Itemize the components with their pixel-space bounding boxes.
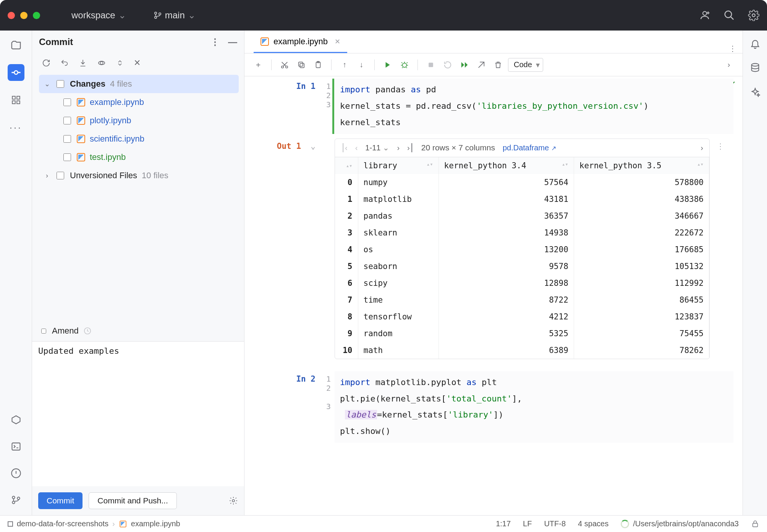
refresh-icon[interactable] <box>42 59 50 67</box>
close-icon[interactable]: ✕ <box>134 58 141 68</box>
vcs-tool-icon[interactable] <box>8 492 24 508</box>
cell2-code[interactable]: import matplotlib.pyplot as pltplt.pie(k… <box>335 371 733 443</box>
df-next-page-icon[interactable]: › <box>397 143 400 152</box>
commit-options-gear-icon[interactable] <box>229 496 238 505</box>
database-tool-icon[interactable] <box>748 61 762 75</box>
problems-tool-icon[interactable] <box>8 465 24 482</box>
table-row[interactable]: 0numpy57564578800 <box>335 174 709 191</box>
commit-message-input[interactable]: Updated examples <box>32 341 244 486</box>
readonly-toggle-icon[interactable] <box>751 520 759 528</box>
close-window-icon[interactable] <box>8 12 15 19</box>
file-item[interactable]: scientific.ipynb <box>39 130 239 148</box>
code-cell-2[interactable]: In 2 12 3 import matplotlib.pyplot as pl… <box>244 369 743 445</box>
interrupt-icon[interactable] <box>424 58 438 72</box>
table-row[interactable]: 6scipy12898112992 <box>335 275 709 292</box>
notifications-icon[interactable] <box>748 37 762 50</box>
close-tab-icon[interactable]: ✕ <box>335 37 340 46</box>
run-all-icon[interactable] <box>458 58 471 72</box>
tab-example-ipynb[interactable]: example.ipynb ✕ <box>254 31 347 53</box>
df-column-header[interactable]: kernel_python 3.4▴▾ <box>439 157 574 174</box>
df-column-header[interactable]: library▴▾ <box>358 157 439 174</box>
restart-icon[interactable] <box>441 58 455 72</box>
ai-assistant-icon[interactable] <box>748 85 762 99</box>
toolbar-more-icon[interactable]: › <box>722 58 736 72</box>
file-checkbox[interactable] <box>63 98 71 106</box>
changes-checkbox[interactable] <box>57 80 64 88</box>
caret-position[interactable]: 1:17 <box>496 519 511 528</box>
search-icon[interactable] <box>723 10 735 21</box>
tabs-more-icon[interactable]: ⋮ <box>729 44 736 53</box>
dataframe-output[interactable]: ⎮‹ ‹ 1-11 ⌄ › ›⎮ 20 rows × 7 columns pd.… <box>335 139 710 359</box>
df-column-header[interactable]: ▴▾ <box>335 157 358 174</box>
branch-dropdown[interactable]: main ⌄ <box>154 10 196 21</box>
table-row[interactable]: 10math638978262 <box>335 342 709 359</box>
file-checkbox[interactable] <box>63 135 71 143</box>
df-last-page-icon[interactable]: ›⎮ <box>407 143 414 152</box>
copy-icon[interactable] <box>295 58 308 72</box>
code-cell-1[interactable]: In 1 123 import pandas as pdkernel_stats… <box>244 76 743 136</box>
cut-icon[interactable] <box>278 58 291 72</box>
move-up-icon[interactable]: ↑ <box>338 58 351 72</box>
unversioned-checkbox[interactable] <box>57 172 64 179</box>
amend-checkbox[interactable] <box>41 329 46 334</box>
table-row[interactable]: 2pandas36357346667 <box>335 208 709 224</box>
df-column-header[interactable]: kernel_python 3.5▴▾ <box>574 157 709 174</box>
debug-cell-icon[interactable] <box>398 58 411 72</box>
move-down-icon[interactable]: ↓ <box>354 58 368 72</box>
file-item[interactable]: plotly.ipynb <box>39 111 239 130</box>
add-cell-icon[interactable]: ＋ <box>251 58 265 72</box>
panel-minimize-icon[interactable]: — <box>228 37 237 47</box>
changes-node[interactable]: ⌄ Changes 4 files <box>39 75 239 93</box>
table-row[interactable]: 7time872286455 <box>335 292 709 308</box>
zoom-window-icon[interactable] <box>33 12 40 19</box>
table-row[interactable]: 5seaborn9578105132 <box>335 258 709 275</box>
structure-tool-icon[interactable] <box>8 92 24 108</box>
changelist-icon[interactable] <box>116 59 124 67</box>
table-row[interactable]: 1matplotlib43181438386 <box>335 191 709 208</box>
breadcrumb-file[interactable]: example.ipynb <box>131 519 180 528</box>
file-checkbox[interactable] <box>63 117 71 124</box>
panel-options-icon[interactable]: ⋮ <box>210 37 220 47</box>
cell-type-dropdown[interactable]: Code <box>508 58 543 72</box>
run-cell-icon[interactable] <box>381 58 395 72</box>
table-row[interactable]: 9random532575455 <box>335 325 709 342</box>
settings-gear-icon[interactable] <box>748 10 759 21</box>
code-with-me-icon[interactable] <box>699 10 710 21</box>
table-row[interactable]: 4os13200176685 <box>335 241 709 258</box>
commit-and-push-button[interactable]: Commit and Push... <box>89 492 176 509</box>
df-prev-page-icon[interactable]: ‹ <box>355 143 358 152</box>
commit-tool-icon[interactable] <box>8 64 24 81</box>
indent-settings[interactable]: 4 spaces <box>578 519 608 528</box>
terminal-tool-icon[interactable] <box>8 438 24 455</box>
services-tool-icon[interactable] <box>8 411 24 428</box>
df-type-link[interactable]: pd.Dataframe ↗ <box>503 143 556 152</box>
history-icon[interactable] <box>83 327 92 335</box>
file-item[interactable]: test.ipynb <box>39 148 239 166</box>
table-row[interactable]: 8tensorflow4212123837 <box>335 308 709 325</box>
file-checkbox[interactable] <box>63 153 71 161</box>
rollback-icon[interactable] <box>60 59 69 67</box>
dataframe-table[interactable]: ▴▾library▴▾kernel_python 3.4▴▾kernel_pyt… <box>335 157 709 359</box>
more-tool-icon[interactable]: ··· <box>8 119 24 136</box>
cell1-code[interactable]: import pandas as pdkernel_stats = pd.rea… <box>335 79 733 134</box>
workspace-dropdown[interactable]: workspace ⌄ <box>71 10 126 21</box>
paste-icon[interactable] <box>311 58 325 72</box>
commit-button[interactable]: Commit <box>38 492 83 509</box>
minimize-window-icon[interactable] <box>20 12 28 19</box>
unversioned-node[interactable]: › Unversioned Files 10 files <box>39 166 239 185</box>
table-row[interactable]: 3sklearn14938222672 <box>335 224 709 241</box>
df-first-page-icon[interactable]: ⎮‹ <box>341 143 348 152</box>
breadcrumb-project[interactable]: demo-data-for-screenshots <box>17 519 108 528</box>
notebook-body[interactable]: ✔ In 1 123 import pandas as pdkernel_sta… <box>244 76 743 515</box>
shelve-icon[interactable] <box>79 59 87 67</box>
diff-icon[interactable] <box>97 59 106 67</box>
output-options-icon[interactable]: ⋮ <box>714 139 727 359</box>
file-item[interactable]: example.ipynb <box>39 93 239 111</box>
df-open-right-icon[interactable]: › <box>701 143 703 152</box>
line-separator[interactable]: LF <box>523 519 532 528</box>
file-encoding[interactable]: UTF-8 <box>544 519 566 528</box>
delete-cell-icon[interactable] <box>491 58 505 72</box>
python-interpreter[interactable]: /Users/jetbrains/opt/anaconda3 <box>621 519 739 528</box>
project-tool-icon[interactable] <box>8 37 24 53</box>
clear-outputs-icon[interactable] <box>474 58 488 72</box>
